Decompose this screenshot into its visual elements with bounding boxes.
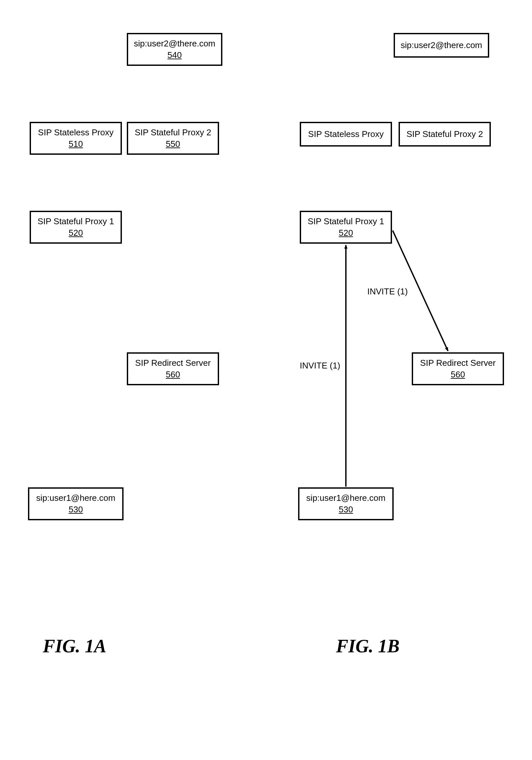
fig1a-stateful1-title: SIP Stateful Proxy 1 [37, 216, 114, 226]
diagram-canvas: sip:user2@there.com 540 SIP Stateless Pr… [0, 0, 532, 760]
fig1a-stateful2-title: SIP Stateful Proxy 2 [135, 127, 211, 138]
fig1a-user2-ref: 540 [167, 50, 181, 60]
fig1b-stateless-title: SIP Stateless Proxy [308, 129, 383, 139]
fig1a-box-stateful1: SIP Stateful Proxy 1 520 [30, 211, 122, 244]
fig1b-user2-title: sip:user2@there.com [401, 40, 482, 50]
fig1b-user1-title: sip:user1@here.com [306, 493, 385, 503]
fig1b-box-stateless: SIP Stateless Proxy [300, 122, 392, 147]
fig1b-invite1-user1-stateful1: INVITE (1) [300, 360, 340, 371]
fig1b-user1-ref: 530 [339, 504, 353, 515]
fig1a-user2-title: sip:user2@there.com [134, 38, 216, 49]
fig1b-box-stateful2: SIP Stateful Proxy 2 [399, 122, 491, 147]
fig1b-stateful2-title: SIP Stateful Proxy 2 [407, 129, 483, 139]
fig1a-redirect-title: SIP Redirect Server [135, 358, 211, 368]
fig1b-invite1-stateful1-redirect: INVITE (1) [367, 286, 408, 297]
fig1b-box-user1: sip:user1@here.com 530 [298, 487, 394, 520]
fig1a-stateless-title: SIP Stateless Proxy [38, 127, 113, 138]
fig1b-box-stateful1: SIP Stateful Proxy 1 520 [300, 211, 392, 244]
fig1b-stateful1-title: SIP Stateful Proxy 1 [308, 216, 384, 226]
fig1a-caption: FIG. 1A [43, 636, 106, 657]
fig1a-stateful1-ref: 520 [69, 228, 83, 238]
fig1b-box-redirect: SIP Redirect Server 560 [412, 352, 504, 385]
fig1a-box-stateful2: SIP Stateful Proxy 2 550 [127, 122, 219, 155]
fig1b-redirect-ref: 560 [451, 369, 465, 380]
fig1a-box-user1: sip:user1@here.com 530 [28, 487, 123, 520]
fig1a-stateful2-ref: 550 [166, 139, 180, 149]
fig1b-stateful1-ref: 520 [339, 228, 353, 238]
fig1b-box-user2: sip:user2@there.com [394, 33, 489, 58]
fig1a-box-redirect: SIP Redirect Server 560 [127, 352, 219, 385]
fig1a-box-stateless: SIP Stateless Proxy 510 [30, 122, 122, 155]
fig1a-box-user2: sip:user2@there.com 540 [127, 33, 222, 66]
fig1a-stateless-ref: 510 [69, 139, 83, 149]
fig1b-caption: FIG. 1B [336, 636, 400, 657]
fig1a-user1-title: sip:user1@here.com [36, 493, 115, 503]
fig1b-redirect-title: SIP Redirect Server [420, 358, 496, 368]
fig1a-user1-ref: 530 [69, 504, 83, 515]
fig1a-redirect-ref: 560 [166, 369, 180, 380]
